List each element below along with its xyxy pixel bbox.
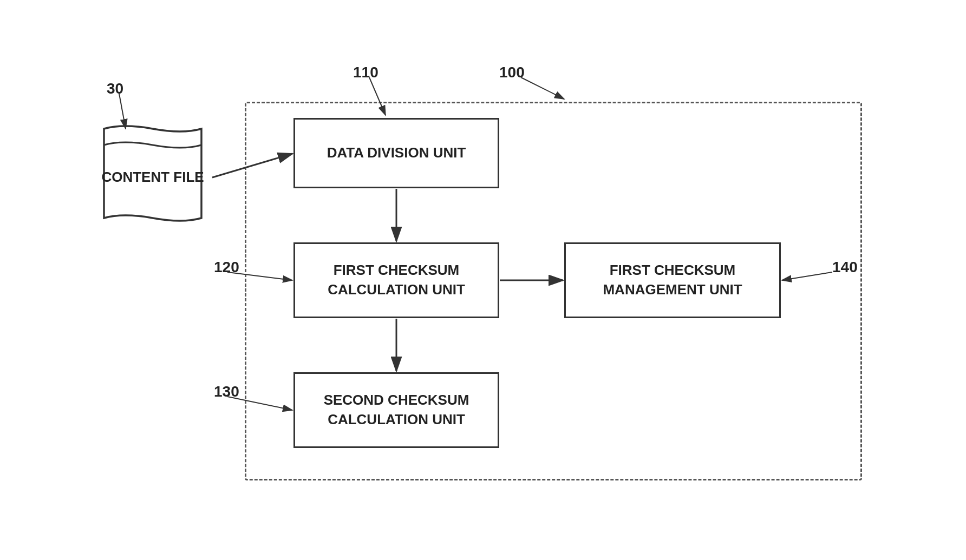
ref-100: 100	[499, 64, 525, 81]
ref-130: 130	[214, 383, 239, 400]
ref-110: 110	[353, 64, 378, 81]
data-division-unit-label: DATA DIVISION UNIT	[327, 143, 466, 162]
ref-120: 120	[214, 259, 239, 276]
first-checksum-calc-label: FIRST CHECKSUM CALCULATION UNIT	[295, 261, 498, 299]
first-checksum-mgmt-box: FIRST CHECKSUM MANAGEMENT UNIT	[564, 242, 781, 318]
svg-line-3	[521, 77, 564, 99]
second-checksum-calc-box: SECOND CHECKSUM CALCULATION UNIT	[293, 372, 499, 448]
content-file-label: CONTENT FILE	[93, 168, 212, 187]
first-checksum-mgmt-label: FIRST CHECKSUM MANAGEMENT UNIT	[566, 261, 779, 299]
content-file-shape: CONTENT FILE	[93, 123, 212, 232]
diagram-container: 30 110 100 120 130 140 CONTENT FILE DATA…	[77, 48, 889, 513]
data-division-unit-box: DATA DIVISION UNIT	[293, 118, 499, 188]
first-checksum-calc-box: FIRST CHECKSUM CALCULATION UNIT	[293, 242, 499, 318]
ref-30: 30	[107, 80, 123, 97]
second-checksum-calc-label: SECOND CHECKSUM CALCULATION UNIT	[295, 391, 498, 429]
